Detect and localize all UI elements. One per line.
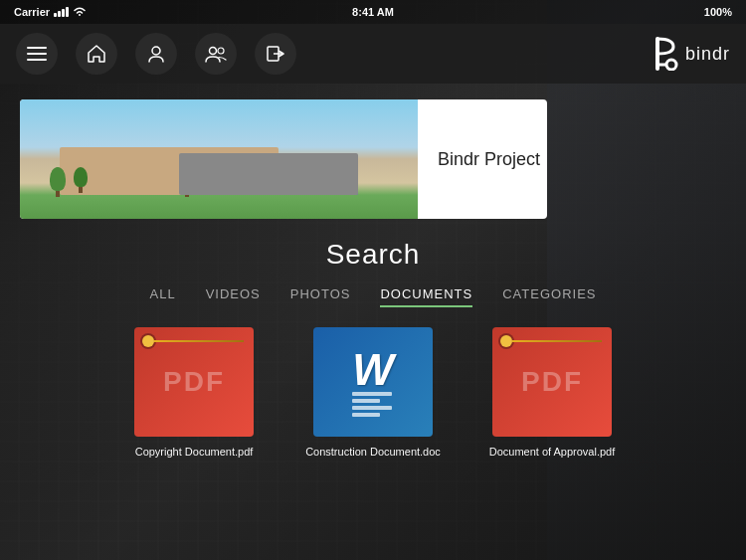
tab-all[interactable]: ALL <box>150 286 176 307</box>
status-bar: Carrier 8:41 AM 100% <box>0 0 746 24</box>
tab-documents[interactable]: DOCUMENTS <box>380 286 472 307</box>
carrier-label: Carrier <box>14 6 50 18</box>
tree-trunk <box>79 187 83 193</box>
logo-text: bindr <box>685 44 730 65</box>
doc-name-copyright: Copyright Document.pdf <box>135 445 254 459</box>
filter-tabs: ALL VIDEOS PHOTOS DOCUMENTS CATEGORIES <box>20 286 726 307</box>
doc-name-construction: Construction Document.doc <box>305 445 441 459</box>
tab-categories[interactable]: CATEGORIES <box>502 286 596 307</box>
doc-name-approval: Document of Approval.pdf <box>489 445 616 459</box>
doc-item-approval[interactable]: Document of Approval.pdf <box>482 327 622 459</box>
svg-point-1 <box>210 48 217 55</box>
word-line-4 <box>352 413 380 417</box>
svg-point-0 <box>152 47 160 55</box>
signal-bar-4 <box>66 7 69 17</box>
logout-button[interactable] <box>255 33 296 75</box>
wifi-icon <box>73 7 87 17</box>
word-w-letter: W <box>352 348 394 392</box>
nav-icons <box>16 33 296 75</box>
tree-3 <box>179 167 195 197</box>
status-left: Carrier <box>14 6 87 18</box>
word-line-1 <box>352 392 392 396</box>
word-lines <box>352 392 392 417</box>
doc-thumbnail-approval <box>492 327 612 437</box>
doc-thumbnail-copyright <box>134 327 254 437</box>
home-icon <box>87 44 106 64</box>
search-title: Search <box>20 239 726 271</box>
tree-trunk <box>56 191 60 197</box>
word-icon: W <box>352 348 394 417</box>
project-image <box>20 99 418 219</box>
main-content: Bindr Project Search ALL VIDEOS PHOTOS D… <box>0 84 746 474</box>
tree-top <box>50 167 66 191</box>
project-name: Bindr Project <box>418 149 547 170</box>
menu-button[interactable] <box>16 33 58 75</box>
profile-icon <box>146 44 166 64</box>
doc-pin-approval <box>500 335 512 347</box>
tree-1 <box>50 167 66 197</box>
group-icon <box>205 44 227 64</box>
tree-top <box>179 167 195 191</box>
word-line-2 <box>352 399 380 403</box>
doc-item-copyright[interactable]: Copyright Document.pdf <box>124 327 264 459</box>
header: bindr <box>0 24 746 84</box>
battery-label: 100% <box>704 6 732 18</box>
tree-group-right <box>179 167 195 197</box>
tab-videos[interactable]: VIDEOS <box>206 286 261 307</box>
tree-2 <box>74 167 88 197</box>
doc-pin-copyright <box>142 335 154 347</box>
logout-icon <box>266 44 285 64</box>
tab-photos[interactable]: PHOTOS <box>290 286 351 307</box>
signal-bar-1 <box>54 13 57 17</box>
doc-thumbnail-construction: W <box>313 327 433 437</box>
doc-item-construction[interactable]: W Construction Document.doc <box>303 327 443 459</box>
profile-button[interactable] <box>135 33 177 75</box>
tree-top <box>74 167 88 187</box>
hamburger-icon <box>27 47 47 61</box>
tree-group-left <box>50 167 88 197</box>
home-button[interactable] <box>76 33 117 75</box>
word-line-3 <box>352 406 392 410</box>
signal-bar-2 <box>58 11 61 17</box>
group-button[interactable] <box>195 33 237 75</box>
doc-grid: Copyright Document.pdf W Construction Do… <box>20 327 726 459</box>
svg-point-5 <box>666 60 676 70</box>
signal-bar-3 <box>62 9 65 17</box>
doc-line-approval <box>512 340 602 342</box>
project-card[interactable]: Bindr Project <box>20 99 547 219</box>
signal-bars <box>54 7 69 17</box>
tree-trunk <box>185 191 189 197</box>
bindr-logo-icon <box>652 37 679 71</box>
doc-line-copyright <box>154 340 244 342</box>
building-detail <box>219 159 358 195</box>
svg-point-2 <box>218 48 224 54</box>
logo-area: bindr <box>652 37 730 71</box>
status-time: 8:41 AM <box>352 6 394 18</box>
